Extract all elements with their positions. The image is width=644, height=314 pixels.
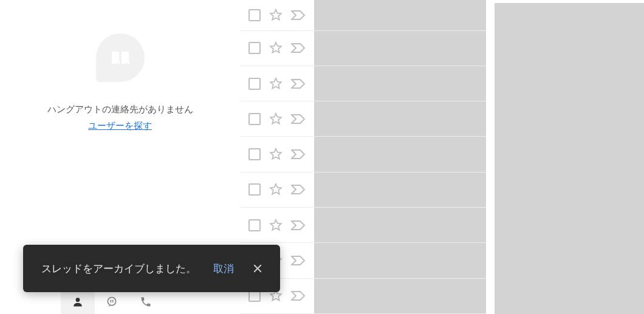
empty-contacts-message: ハングアウトの連絡先がありません — [47, 104, 193, 115]
importance-marker-icon[interactable] — [291, 220, 306, 231]
undo-button[interactable]: 取消 — [213, 262, 234, 276]
star-icon[interactable] — [269, 77, 283, 90]
importance-marker-icon[interactable] — [291, 114, 306, 125]
hangouts-logo-icon — [96, 33, 145, 82]
svg-point-0 — [76, 298, 80, 302]
tab-calls[interactable] — [129, 290, 163, 314]
mail-row[interactable] — [240, 66, 486, 101]
mail-row[interactable] — [240, 0, 486, 31]
mail-row[interactable] — [240, 172, 486, 208]
importance-marker-icon[interactable] — [291, 255, 306, 266]
svg-point-1 — [108, 298, 115, 305]
star-icon[interactable] — [269, 183, 283, 196]
mail-content-placeholder — [314, 172, 486, 207]
star-icon[interactable] — [269, 112, 283, 126]
mail-checkbox[interactable] — [248, 219, 261, 231]
phone-icon — [140, 296, 152, 308]
importance-marker-icon[interactable] — [291, 43, 306, 53]
importance-marker-icon[interactable] — [291, 78, 306, 89]
svg-rect-3 — [112, 300, 114, 302]
mail-content-placeholder — [314, 243, 486, 278]
hangouts-tabs — [61, 289, 163, 314]
mail-content-placeholder — [314, 31, 486, 66]
star-icon[interactable] — [269, 41, 283, 55]
star-icon[interactable] — [269, 219, 283, 232]
mail-row[interactable] — [240, 31, 486, 66]
mail-content-placeholder — [314, 66, 486, 101]
importance-marker-icon[interactable] — [291, 184, 306, 195]
mail-checkbox[interactable] — [248, 113, 261, 125]
tab-hangouts[interactable] — [95, 290, 129, 314]
mail-content-placeholder — [314, 208, 486, 242]
importance-marker-icon[interactable] — [291, 149, 306, 160]
close-icon — [252, 263, 263, 274]
importance-marker-icon[interactable] — [291, 290, 306, 301]
mail-row[interactable] — [240, 101, 486, 137]
mail-checkbox[interactable] — [248, 42, 261, 54]
find-user-link[interactable]: ユーザーを探す — [88, 120, 152, 132]
close-toast-button[interactable] — [251, 262, 264, 275]
chat-bubble-icon — [106, 296, 118, 308]
side-panel-placeholder — [495, 3, 644, 314]
main-content — [240, 0, 644, 314]
mail-content-placeholder — [314, 279, 486, 313]
mail-content-placeholder — [314, 101, 486, 136]
person-icon — [72, 296, 84, 308]
toast-message: スレッドをアーカイブしました。 — [41, 262, 196, 276]
mail-content-placeholder — [314, 0, 486, 30]
mail-checkbox[interactable] — [248, 148, 261, 160]
importance-marker-icon[interactable] — [291, 10, 306, 21]
star-icon[interactable] — [269, 148, 283, 161]
mail-checkbox[interactable] — [248, 78, 261, 90]
mail-row[interactable] — [240, 137, 486, 172]
mail-row[interactable] — [240, 208, 486, 243]
mail-checkbox[interactable] — [248, 9, 261, 21]
undo-toast: スレッドをアーカイブしました。 取消 — [23, 245, 280, 292]
svg-rect-2 — [111, 300, 112, 302]
tab-contacts[interactable] — [61, 290, 95, 314]
star-icon[interactable] — [269, 9, 283, 22]
mail-content-placeholder — [314, 137, 486, 171]
mail-checkbox[interactable] — [248, 183, 261, 196]
